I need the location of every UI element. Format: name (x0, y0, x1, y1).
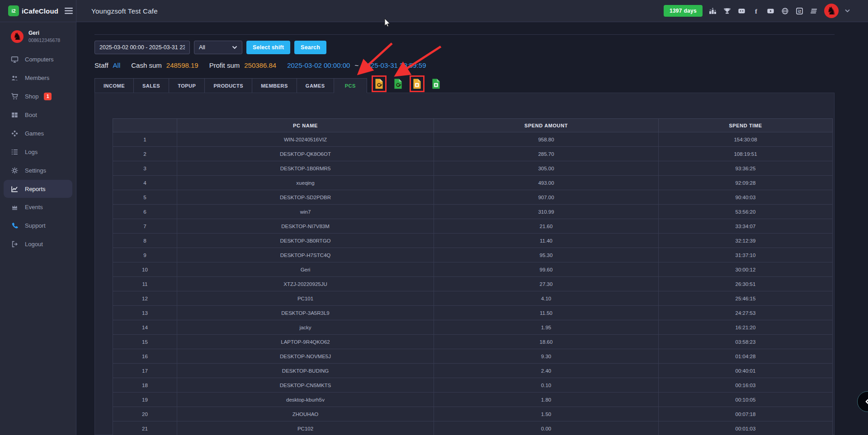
monitor-icon (11, 56, 19, 63)
spend-time-cell: 31:37:10 (659, 248, 833, 262)
spend-time-cell: 92:09:28 (659, 176, 833, 190)
spend-amount-cell: 1.95 (434, 320, 659, 335)
tab-members[interactable]: MEMBERS (252, 78, 297, 93)
sidebar-item-boot[interactable]: Boot (0, 106, 76, 124)
spend-time-cell: 24:27:53 (659, 306, 833, 320)
row-number-cell: 14 (113, 320, 177, 335)
sidebar-item-label: Settings (25, 167, 46, 174)
column-header-spend-time: SPEND TIME (659, 119, 833, 132)
sidebar-item-events[interactable]: Events (0, 198, 76, 216)
export-xls-yellow-icon[interactable] (410, 75, 425, 92)
pc-name-cell: DESKTOP-BUDING (177, 364, 434, 378)
sidebar-item-label: Games (25, 130, 44, 137)
period-end: 2025-03-31 23:59:59 (363, 61, 426, 69)
app-window: i2 iCafeCloud Youngzsoft Test Cafe 1397 … (0, 0, 868, 435)
spend-amount-cell: 0.00 (434, 421, 659, 435)
table-row: 19desktop-kburh5v1.8000:10:05 (113, 393, 833, 407)
profit-sum-value: 250386.84 (244, 61, 276, 69)
spend-time-cell: 53:56:20 (659, 205, 833, 219)
spend-amount-cell: 2.40 (434, 364, 659, 378)
pc-name-cell: ZHOUHAO (177, 407, 434, 421)
row-number-cell: 6 (113, 205, 177, 219)
table-row: 14jacky1.9516:21:20 (113, 320, 833, 335)
pc-name-cell: Geri (177, 262, 434, 277)
select-shift-button[interactable]: Select shift (246, 41, 290, 54)
spend-amount-cell: 11.40 (434, 234, 659, 248)
chevron-down-icon[interactable] (845, 9, 850, 13)
sidebar-item-logs[interactable]: Logs (0, 143, 76, 161)
sidebar-item-label: Boot (25, 112, 37, 118)
header-actions: 1397 days fi2 ♞ (664, 4, 868, 18)
sidebar-item-settings[interactable]: Settings (0, 161, 76, 180)
date-range-input[interactable] (94, 41, 190, 54)
spend-amount-cell: 95.30 (434, 248, 659, 262)
sidebar-item-reports[interactable]: Reports (4, 180, 72, 198)
sidebar: ♞ Geri 008612345678 ComputersMembersShop… (0, 22, 76, 435)
search-button[interactable]: Search (294, 41, 326, 54)
sidebar-item-support[interactable]: Support (0, 216, 76, 235)
table-row: 4xueqing493.0092:09:28 (113, 176, 833, 190)
globe-icon[interactable] (781, 7, 789, 15)
table-row: 13DESKTOP-3A5R3L911.5024:27:53 (113, 306, 833, 320)
layers-icon[interactable] (810, 7, 818, 15)
staff-filter-value[interactable]: All (113, 61, 121, 69)
sidebar-item-logout[interactable]: Logout (0, 235, 76, 253)
user-block: ♞ Geri 008612345678 (0, 27, 76, 47)
brand-area: i2 iCafeCloud (0, 0, 76, 22)
sidebar-item-members[interactable]: Members (0, 69, 76, 87)
pc-name-cell: win7 (177, 205, 434, 219)
pc-name-cell: PC102 (177, 421, 434, 435)
spend-amount-cell: 1.50 (434, 407, 659, 421)
spend-amount-cell: 958.80 (434, 132, 659, 147)
sidebar-item-games[interactable]: Games (0, 124, 76, 143)
tab-topup[interactable]: TOPUP (169, 78, 205, 93)
export-pdf-green-icon[interactable] (391, 75, 406, 92)
spend-time-cell: 16:21:20 (659, 320, 833, 335)
pc-name-cell: DESKTOP-3A5R3L9 (177, 306, 434, 320)
pc-name-cell: PC101 (177, 291, 434, 306)
youtube-icon[interactable] (767, 7, 774, 15)
tab-sales[interactable]: SALES (134, 78, 169, 93)
windows-icon (11, 111, 19, 119)
tab-products[interactable]: PRODUCTS (205, 78, 252, 93)
spend-time-cell: 00:07:18 (659, 407, 833, 421)
tab-pcs[interactable]: PCS (334, 78, 367, 93)
hamburger-menu-icon[interactable] (65, 8, 73, 14)
row-number-cell: 18 (113, 378, 177, 393)
podium-icon[interactable] (709, 7, 717, 15)
pc-name-cell: jacky (177, 320, 434, 335)
row-number-cell: 2 (113, 147, 177, 161)
spend-time-cell: 03:58:23 (659, 335, 833, 349)
tab-games[interactable]: GAMES (297, 78, 334, 93)
license-days-badge[interactable]: 1397 days (664, 5, 703, 17)
sidebar-item-label: Shop (25, 93, 38, 100)
top-header-bar: i2 iCafeCloud Youngzsoft Test Cafe 1397 … (0, 0, 868, 22)
gear-icon (11, 167, 19, 174)
spend-time-cell: 00:01:03 (659, 421, 833, 435)
user-avatar[interactable]: ♞ (824, 4, 839, 18)
export-xls-green-icon[interactable] (429, 75, 443, 92)
trophy-icon[interactable] (723, 7, 731, 15)
tab-income[interactable]: INCOME (94, 78, 134, 93)
icafecloud-icon[interactable]: i2 (796, 7, 803, 15)
facebook-icon[interactable]: f (752, 7, 760, 15)
staff-select[interactable]: All (194, 41, 242, 54)
row-number-cell: 12 (113, 291, 177, 306)
spend-amount-cell: 27.30 (434, 277, 659, 291)
spend-time-cell: 154:30:08 (659, 132, 833, 147)
table-row: 10Geri99.6030:00:12 (113, 262, 833, 277)
pc-name-cell: DESKTOP-3B0RTGO (177, 234, 434, 248)
row-number-cell: 19 (113, 393, 177, 407)
pc-name-cell: DESKTOP-QK8O6OT (177, 147, 434, 161)
discord-icon[interactable] (738, 7, 745, 15)
spend-time-cell: 93:36:25 (659, 161, 833, 176)
icafecloud-logo-icon: i2 (8, 5, 19, 16)
sidebar-item-shop[interactable]: Shop1 (0, 87, 76, 106)
sidebar-item-computers[interactable]: Computers (0, 50, 76, 69)
pc-name-cell: DESKTOP-1B0RMR5 (177, 161, 434, 176)
export-pdf-yellow-icon[interactable] (372, 75, 387, 92)
report-panel: PC NAMESPEND AMOUNTSPEND TIME 1WIN-20240… (94, 93, 835, 435)
period-tilde: ~ (354, 61, 359, 69)
spend-time-cell: 32:12:39 (659, 234, 833, 248)
spend-time-cell: 108:19:51 (659, 147, 833, 161)
